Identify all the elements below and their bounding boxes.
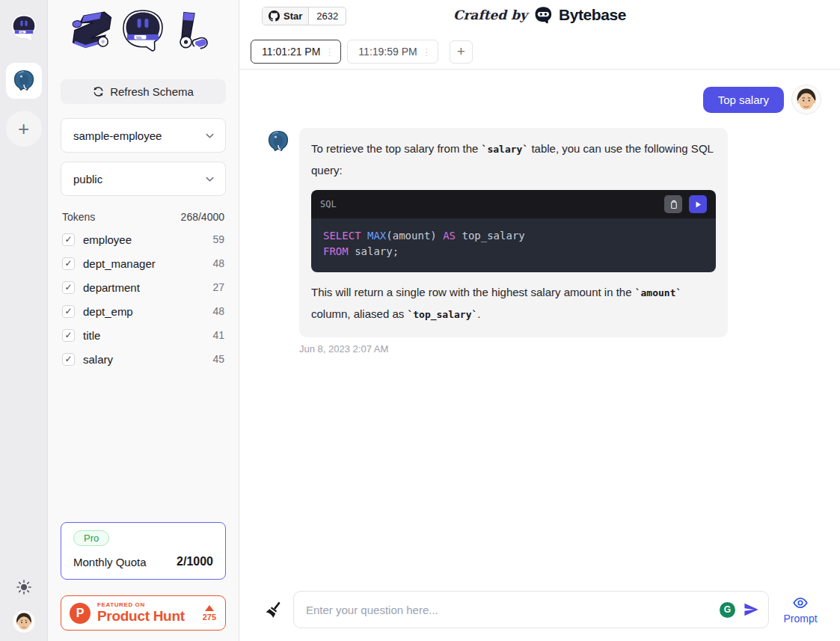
table-token-count: 41 — [212, 329, 224, 341]
table-token-count: 45 — [212, 353, 224, 365]
tab-menu-icon[interactable] — [422, 46, 432, 58]
table-row-salary: salary 45 — [61, 347, 226, 371]
tab-label: 11:01:21 PM — [262, 46, 320, 58]
chat-area[interactable]: Top salary — [239, 70, 840, 641]
inline-code-amount: `amount` — [635, 287, 682, 298]
sidebar: SQL Refresh Schema sample-employee — [48, 0, 239, 641]
inline-code-top-salary: `top_salary` — [407, 309, 477, 320]
star-label: Star — [283, 10, 302, 22]
refresh-icon — [93, 86, 104, 97]
sql-code-block: SQL — [311, 190, 716, 272]
question-input[interactable] — [293, 591, 769, 628]
code-content: SELECT MAX(amount) AS top_salary FROM sa… — [311, 218, 716, 272]
quota-card: Pro Monthly Quota 2/1000 — [61, 522, 226, 580]
user-message-row: Top salary — [266, 85, 821, 114]
table-checkbox[interactable] — [62, 281, 75, 294]
inline-code-salary: `salary` — [482, 144, 529, 155]
eye-icon — [791, 595, 809, 611]
sqlchat-bot-icon[interactable]: SQL — [10, 13, 38, 42]
schema-select[interactable]: public — [61, 162, 226, 196]
copy-icon — [669, 200, 678, 209]
table-row-dept-manager: dept_manager 48 — [61, 251, 226, 275]
user-avatar[interactable] — [12, 610, 36, 634]
run-query-button[interactable] — [689, 195, 707, 213]
database-select-value: sample-employee — [73, 129, 162, 142]
send-button[interactable] — [742, 601, 760, 619]
main-panel: Star 2632 Crafted by Bytebase 11:01:21 P… — [239, 0, 840, 641]
table-name: salary — [83, 353, 113, 366]
tab-menu-icon[interactable] — [325, 46, 334, 58]
postgresql-assistant-avatar — [266, 129, 290, 153]
table-list: employee 59 dept_manager 48 department 2… — [61, 227, 226, 371]
tab-conversation-2[interactable]: 11:19:59 PM — [347, 40, 438, 64]
connection-item-postgresql[interactable] — [6, 63, 42, 99]
copy-code-button[interactable] — [664, 195, 682, 213]
bytebase-logo-icon — [533, 5, 553, 25]
tokens-label: Tokens — [62, 211, 95, 223]
code-language-label: SQL — [320, 194, 337, 215]
product-hunt-badge[interactable]: P FEATURED ON Product Hunt 275 — [61, 595, 226, 631]
crafted-by-text: Crafted by — [453, 7, 527, 22]
pro-badge: Pro — [73, 530, 109, 546]
table-token-count: 48 — [212, 257, 224, 269]
table-checkbox[interactable] — [62, 329, 75, 342]
product-hunt-name: Product Hunt — [97, 608, 185, 625]
table-row-department: department 27 — [61, 275, 226, 299]
star-count: 2632 — [309, 7, 346, 25]
table-checkbox[interactable] — [62, 233, 75, 246]
chevron-down-icon — [205, 174, 215, 184]
table-checkbox[interactable] — [62, 257, 75, 270]
table-row-employee: employee 59 — [61, 227, 226, 251]
conversation-tabs: 11:01:21 PM 11:19:59 PM — [239, 33, 840, 64]
github-icon — [269, 10, 280, 22]
refresh-schema-button[interactable]: Refresh Schema — [61, 79, 226, 104]
postgresql-elephant-icon — [12, 69, 36, 93]
product-hunt-logo: P — [70, 603, 91, 624]
add-connection-button[interactable] — [6, 111, 42, 147]
tokens-header: Tokens 268/4000 — [61, 211, 226, 223]
assistant-message-bubble: To retrieve the top salary from the `sal… — [299, 128, 728, 337]
logo-sql-label: SQL — [136, 36, 143, 40]
assistant-message-row: To retrieve the top salary from the `sal… — [266, 128, 821, 355]
theme-toggle-sun-icon[interactable] — [16, 580, 31, 595]
broom-icon — [264, 599, 283, 620]
table-checkbox[interactable] — [62, 353, 75, 366]
prompt-label: Prompt — [783, 613, 817, 625]
code-block-header: SQL — [311, 190, 716, 218]
upvote-triangle-icon — [205, 605, 214, 611]
table-token-count: 48 — [212, 305, 224, 317]
refresh-schema-label: Refresh Schema — [110, 85, 194, 98]
composer: G Prompt — [239, 591, 840, 628]
user-message-bubble: Top salary — [703, 87, 784, 113]
grammarly-icon[interactable]: G — [720, 602, 735, 618]
user-avatar — [791, 85, 821, 114]
top-bar: Star 2632 Crafted by Bytebase — [239, 0, 840, 33]
tab-label: 11:19:59 PM — [358, 46, 417, 58]
table-name: dept_emp — [83, 305, 133, 318]
table-row-dept-emp: dept_emp 48 — [61, 299, 226, 323]
quota-value: 2/1000 — [177, 555, 213, 568]
table-name: employee — [83, 233, 132, 246]
assistant-paragraph-1: To retrieve the top salary from the `sal… — [311, 138, 716, 181]
table-row-title: title 41 — [61, 323, 226, 347]
github-star-button[interactable]: Star 2632 — [262, 7, 346, 25]
assistant-paragraph-2: This will return a single row with the h… — [311, 282, 716, 325]
send-icon — [742, 601, 760, 619]
table-name: title — [83, 329, 100, 342]
clear-conversation-button[interactable] — [263, 598, 284, 621]
table-checkbox[interactable] — [62, 305, 75, 318]
connection-rail: SQL — [0, 0, 48, 641]
tokens-count: 268/4000 — [181, 211, 224, 223]
prompt-button[interactable]: Prompt — [779, 595, 821, 625]
new-conversation-button[interactable] — [450, 40, 473, 64]
table-name: dept_manager — [83, 257, 156, 270]
upvote-count: 275 — [203, 605, 216, 622]
bytebase-wordmark: Bytebase — [559, 6, 626, 24]
tab-conversation-1[interactable]: 11:01:21 PM — [251, 40, 341, 64]
table-token-count: 59 — [212, 233, 224, 245]
crafted-by-brand[interactable]: Crafted by Bytebase — [453, 5, 626, 25]
database-select[interactable]: sample-employee — [61, 118, 226, 153]
featured-on-label: FEATURED ON — [97, 601, 185, 608]
schema-select-value: public — [73, 173, 102, 185]
svg-text:SQL: SQL — [20, 31, 24, 34]
